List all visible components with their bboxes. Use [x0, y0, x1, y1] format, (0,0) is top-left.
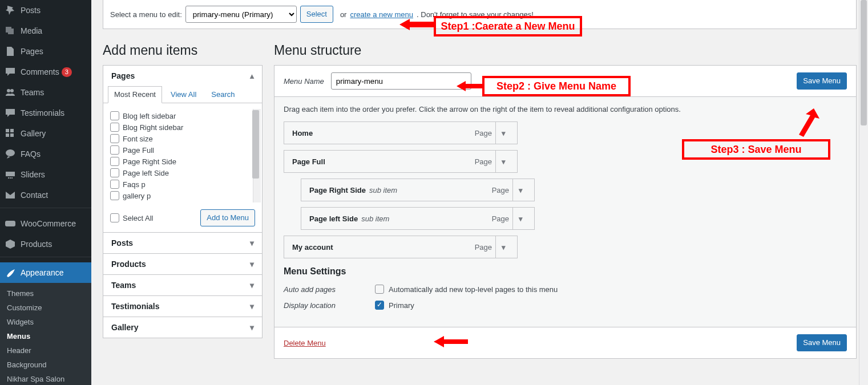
accordion-products-header[interactable]: Products▾	[103, 254, 262, 274]
sidebar-item-woocommerce[interactable]: WooCommerce	[0, 213, 91, 234]
accordion-label: Testimonials	[111, 302, 160, 311]
delete-menu-link[interactable]: Delete Menu	[284, 339, 326, 347]
menu-settings-heading: Menu Settings	[284, 266, 847, 277]
sidebar-item-appearance[interactable]: Appearance	[0, 262, 91, 283]
sidebar-item-faqs[interactable]: FAQs	[0, 144, 91, 164]
menu-item-toggle[interactable]: ▾	[495, 122, 511, 144]
page-checkbox[interactable]	[110, 123, 119, 132]
woo-icon	[5, 218, 16, 229]
sidebar-item-products[interactable]: Products	[0, 234, 91, 254]
page-scrollbar[interactable]	[859, 0, 868, 385]
page-item-label: Faqs p	[123, 180, 146, 189]
svg-rect-2	[6, 129, 9, 132]
select-all-label: Select All	[123, 214, 153, 222]
select-menu-label: Select a menu to edit:	[110, 10, 182, 19]
svg-point-0	[7, 89, 10, 92]
menu-item-page-right-side[interactable]: Page Right Side sub item Page ▾	[301, 179, 535, 201]
menu-item-my-account[interactable]: My account Page ▾	[284, 236, 518, 258]
sidebar-item-comments[interactable]: Comments3	[0, 62, 91, 82]
caret-down-icon: ▾	[250, 302, 254, 311]
menu-item-subtag: sub item	[361, 214, 389, 223]
menu-item-toggle[interactable]: ▾	[495, 236, 511, 258]
tab-most-recent[interactable]: Most Recent	[108, 86, 162, 103]
svg-rect-11	[5, 221, 15, 226]
select-all-checkbox[interactable]	[110, 213, 119, 222]
page-checkbox[interactable]	[110, 180, 119, 189]
appearance-submenu: Themes Customize Widgets Menus Header Ba…	[0, 283, 91, 385]
page-item-label: gallery p	[123, 192, 151, 200]
sidebar-item-testimonials[interactable]: Testimonials	[0, 103, 91, 123]
sidebar-item-label: Teams	[21, 88, 44, 97]
menu-item-type: Page	[475, 243, 492, 252]
save-menu-button-bottom[interactable]: Save Menu	[797, 334, 847, 351]
sidebar-item-posts[interactable]: Posts	[0, 0, 91, 21]
tab-search[interactable]: Search	[205, 86, 241, 103]
primary-location-checkbox[interactable]	[375, 301, 384, 310]
menu-item-title: Page Right Side	[309, 186, 366, 194]
menu-item-type: Page	[492, 214, 509, 223]
sidebar-item-gallery[interactable]: Gallery	[0, 123, 91, 144]
sidebar-item-sliders[interactable]: Sliders	[0, 164, 91, 185]
page-item-label: Blog Right sidebar	[123, 123, 183, 132]
save-menu-button-top[interactable]: Save Menu	[797, 72, 847, 90]
pages-checklist: Blog left sidebar Blog Right sidebar Fon…	[103, 108, 262, 204]
caret-up-icon: ▴	[250, 71, 254, 80]
menu-select-dropdown[interactable]: primary-menu (Primary)	[185, 6, 297, 23]
svg-point-1	[10, 89, 14, 92]
page-checkbox[interactable]	[110, 111, 119, 120]
sidebar-item-pages[interactable]: Pages	[0, 41, 91, 62]
pages-scrollbar[interactable]	[253, 109, 261, 202]
media-icon	[5, 25, 16, 37]
accordion-pages-header[interactable]: Pages ▴	[103, 66, 262, 86]
sidebar-item-media[interactable]: Media	[0, 21, 91, 41]
setting-display-location: Display location Primary	[284, 297, 847, 313]
accordion-pages: Pages ▴ Most Recent View All Search Blog…	[103, 65, 263, 233]
accordion-posts-header[interactable]: Posts▾	[103, 233, 262, 253]
accordion-label: Teams	[111, 281, 136, 290]
menu-item-type: Page	[492, 186, 509, 194]
accordion-posts: Posts▾	[103, 233, 263, 254]
sidebar-item-label: Pages	[21, 47, 43, 56]
menu-item-page-full[interactable]: Page Full Page ▾	[284, 150, 518, 173]
accordion-gallery-header[interactable]: Gallery▾	[103, 317, 262, 338]
auto-add-checkbox[interactable]	[375, 285, 384, 294]
menu-name-input[interactable]	[331, 72, 471, 90]
submenu-widgets[interactable]: Widgets	[0, 315, 91, 329]
tab-view-all[interactable]: View All	[164, 86, 203, 103]
accordion-products: Products▾	[103, 254, 263, 275]
accordion-teams-header[interactable]: Teams▾	[103, 275, 262, 295]
menu-item-toggle[interactable]: ▾	[512, 179, 528, 201]
svg-rect-3	[10, 129, 14, 132]
submenu-background[interactable]: Background	[0, 358, 91, 372]
create-new-menu-link[interactable]: create a new menu	[350, 10, 413, 19]
submenu-customize[interactable]: Customize	[0, 301, 91, 315]
page-icon	[5, 46, 16, 57]
or-text: or	[340, 10, 347, 19]
accordion-testimonials-header[interactable]: Testimonials▾	[103, 296, 262, 317]
page-checkbox[interactable]	[110, 168, 119, 177]
submenu-header[interactable]: Header	[0, 343, 91, 358]
svg-rect-8	[8, 177, 9, 179]
menu-item-toggle[interactable]: ▾	[495, 151, 511, 172]
caret-down-icon: ▾	[250, 281, 254, 290]
sidebar-item-label: Products	[21, 240, 52, 249]
submenu-nikhar[interactable]: Nikhar Spa Salon	[0, 372, 91, 385]
sidebar-item-label: Comments	[21, 67, 59, 76]
menu-item-page-left-side[interactable]: Page left Side sub item Page ▾	[301, 207, 535, 230]
accordion-teams: Teams▾	[103, 275, 263, 296]
add-to-menu-button[interactable]: Add to Menu	[200, 209, 255, 226]
menu-item-title: Page Full	[292, 157, 325, 166]
page-checkbox[interactable]	[110, 145, 119, 155]
sidebar-item-label: Media	[21, 26, 42, 35]
submenu-menus[interactable]: Menus	[0, 329, 91, 343]
sidebar-item-contact[interactable]: Contact	[0, 185, 91, 205]
select-menu-button[interactable]: Select	[300, 6, 333, 23]
submenu-themes[interactable]: Themes	[0, 286, 91, 301]
menu-item-home[interactable]: Home Page ▾	[284, 121, 518, 144]
menu-footer: Delete Menu Save Menu	[274, 327, 856, 358]
menu-item-toggle[interactable]: ▾	[512, 208, 528, 229]
page-checkbox[interactable]	[110, 157, 119, 166]
sidebar-item-teams[interactable]: Teams	[0, 82, 91, 103]
page-checkbox[interactable]	[110, 134, 119, 143]
page-checkbox[interactable]	[110, 191, 119, 200]
